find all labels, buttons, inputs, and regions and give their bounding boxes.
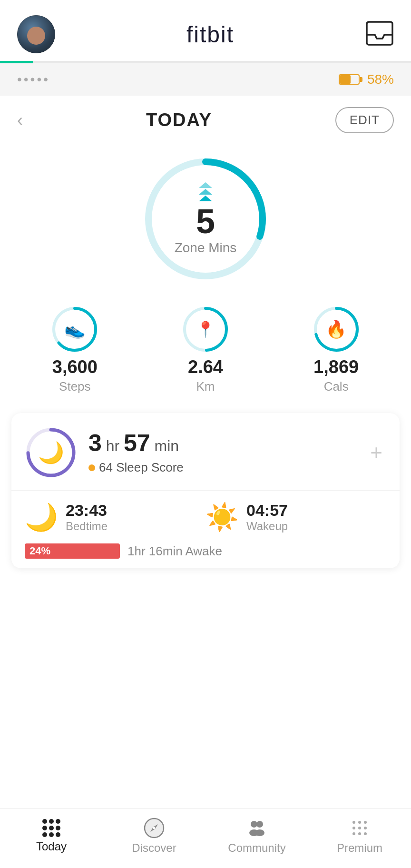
svg-point-19	[358, 821, 361, 824]
awake-pct: 24%	[29, 545, 50, 557]
nav-discover-label: Discover	[132, 841, 176, 855]
wakeup-icon: ☀️	[206, 502, 239, 533]
km-unit: Km	[196, 379, 215, 394]
nav-community-label: Community	[228, 841, 285, 855]
steps-value: 3,600	[52, 357, 98, 377]
score-dot	[88, 464, 95, 471]
svg-point-17	[255, 829, 264, 836]
nav-premium-label: Premium	[337, 841, 382, 855]
battery-wrap: 58%	[339, 72, 394, 87]
sleep-moon-icon: 🌙	[38, 440, 64, 465]
bedtime-item: 🌙 23:43 Bedtime	[25, 501, 206, 533]
device-bar: ••••• 58%	[0, 63, 411, 96]
community-icon	[246, 818, 267, 838]
nav-today-label: Today	[36, 840, 67, 853]
bedtime-label: Bedtime	[66, 520, 108, 533]
wakeup-item: ☀️ 04:57 Wakeup	[206, 501, 386, 533]
cals-value: 1,869	[313, 357, 359, 377]
today-nav: ‹ TODAY EDIT	[0, 96, 411, 143]
sleep-card: 🌙 3 hr 57 min 64 Sleep Score + 🌙 23:43 B…	[11, 413, 400, 568]
svg-point-18	[352, 821, 355, 824]
svg-point-23	[364, 827, 367, 829]
zone-arrows	[199, 182, 212, 201]
zone-value: 5	[196, 204, 215, 238]
nav-community[interactable]: Community	[219, 818, 295, 855]
bedtime-value: 23:43	[66, 501, 108, 520]
wakeup-label: Wakeup	[246, 520, 288, 533]
km-stat[interactable]: 📍 2.64 Km	[182, 306, 229, 394]
nav-today[interactable]: Today	[13, 819, 89, 853]
sleep-score: 64 Sleep Score	[88, 460, 366, 475]
km-value: 2.64	[188, 357, 223, 377]
sleep-score-text: 64 Sleep Score	[99, 460, 184, 475]
zone-mins-section: 5 Zone Mins	[0, 143, 411, 301]
zone-label: Zone Mins	[175, 240, 237, 256]
app-title: fitbit	[186, 21, 234, 48]
bedtime-icon: 🌙	[25, 502, 58, 533]
svg-point-25	[358, 832, 361, 835]
svg-rect-0	[367, 22, 392, 45]
svg-point-15	[256, 821, 263, 828]
inbox-button[interactable]	[365, 20, 394, 48]
edit-button[interactable]: EDIT	[335, 107, 394, 133]
sleep-info: 3 hr 57 min 64 Sleep Score	[88, 430, 366, 475]
avatar[interactable]	[17, 15, 55, 53]
battery-icon	[339, 74, 362, 85]
awake-text: 1hr 16min Awake	[127, 544, 222, 559]
sleep-circle: 🌙	[25, 426, 77, 479]
today-title: TODAY	[146, 110, 212, 130]
svg-point-14	[251, 821, 257, 828]
steps-stat[interactable]: 👟 3,600 Steps	[51, 306, 98, 394]
awake-bar: 24%	[25, 543, 120, 559]
today-icon	[42, 819, 60, 837]
bottom-nav: Today Discover Community	[0, 809, 411, 868]
back-button[interactable]: ‹	[17, 110, 23, 130]
svg-point-20	[364, 821, 367, 824]
nav-discover[interactable]: Discover	[116, 818, 192, 855]
premium-icon	[349, 818, 370, 838]
svg-point-13	[153, 827, 156, 829]
wakeup-value: 04:57	[246, 501, 288, 520]
steps-unit: Steps	[59, 379, 91, 394]
sleep-add-button[interactable]: +	[366, 441, 386, 464]
discover-icon	[144, 818, 165, 838]
awake-bar-section: 24% 1hr 16min Awake	[11, 543, 400, 568]
sleep-main[interactable]: 🌙 3 hr 57 min 64 Sleep Score +	[11, 413, 400, 491]
sleep-times[interactable]: 🌙 23:43 Bedtime ☀️ 04:57 Wakeup	[11, 491, 400, 543]
header: fitbit	[0, 0, 411, 61]
cals-unit: Cals	[324, 379, 349, 394]
svg-point-22	[358, 827, 361, 829]
battery-percent: 58%	[367, 72, 394, 87]
sleep-duration: 3 hr 57 min	[88, 430, 366, 456]
zone-circle[interactable]: 5 Zone Mins	[139, 152, 272, 286]
cals-stat[interactable]: 🔥 1,869 Cals	[313, 306, 360, 394]
svg-point-24	[352, 832, 355, 835]
device-dots: •••••	[17, 72, 50, 87]
svg-point-26	[364, 832, 367, 835]
svg-point-21	[352, 827, 355, 829]
stats-row: 👟 3,600 Steps 📍 2.64 Km 🔥 1,869 Cals	[0, 301, 411, 413]
nav-premium[interactable]: Premium	[322, 818, 398, 855]
